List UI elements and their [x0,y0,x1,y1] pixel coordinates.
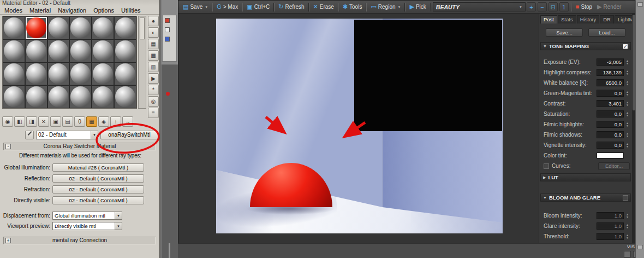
options-button[interactable]: * [148,85,159,95]
tone-mapping-checkbox[interactable]: ✓ [623,44,628,49]
load-settings-button[interactable]: Load... [588,28,625,37]
sample-slot[interactable] [92,40,114,62]
pick-button[interactable]: ▶Pick [407,3,428,11]
sample-slot[interactable] [3,40,25,62]
material-slot-button[interactable]: 02 - Default ( CoronaMtl ) [52,174,144,183]
tone-mapping-header[interactable]: ▼ TONE MAPPING ✓ [540,42,631,50]
material-slot-button[interactable]: 02 - Default ( CoronaMtl ) [52,185,144,194]
menu-utilities[interactable]: Utilities [121,7,140,14]
menu-options[interactable]: Options [93,7,114,14]
zoom-100-button[interactable]: 1 [559,2,569,11]
value-field[interactable]: -2,005 [597,58,624,66]
value-field[interactable]: 136,139 [597,69,624,76]
sample-type-button[interactable]: ● [148,16,159,26]
corona-ray-switcher-rollout-header[interactable]: - Corona Ray Switcher Material [3,143,156,150]
spinner-arrows[interactable]: ▲▼ [625,132,630,138]
sample-slot[interactable] [115,40,136,62]
sample-slot[interactable] [115,17,136,39]
eyedropper-icon[interactable] [25,131,34,139]
spinner-arrows[interactable]: ▲▼ [625,234,630,239]
render-button[interactable]: ▶Render [595,3,623,11]
sample-slot[interactable] [48,40,69,62]
value-field[interactable]: 1,0 [597,233,624,240]
sample-slot[interactable] [70,63,91,85]
spinner-arrows[interactable]: ▲▼ [625,101,630,107]
value-field[interactable]: 0,0 [597,110,624,118]
material-slot-button[interactable]: 02 - Default ( CoronaMtl ) [52,196,144,204]
value-field[interactable]: 1,0 [597,212,624,219]
sample-grid-scrollbar[interactable] [138,16,146,109]
material-map-navigator-button[interactable]: ≡ [148,108,159,118]
menu-navigation[interactable]: Navigation [58,7,86,14]
spinner-arrows[interactable]: ▲▼ [625,60,630,65]
sample-slot[interactable] [92,17,114,39]
send-to-max-button[interactable]: G> Max [214,3,240,11]
tab-history[interactable]: History [577,15,600,24]
material-name-dropdown[interactable]: 02 - Default ▼ [36,131,98,139]
sample-slot[interactable] [3,17,25,39]
background-button[interactable]: ▦ [148,39,159,49]
put-to-library-button[interactable]: ▤ [62,116,73,127]
curves-checkbox[interactable] [544,163,549,169]
sample-slot[interactable] [70,40,91,62]
sample-slot[interactable] [3,86,25,108]
spinner-arrows[interactable]: ▲▼ [625,143,630,148]
refresh-button[interactable]: ↻Refresh [276,3,306,11]
value-field[interactable]: 0,0 [597,90,624,97]
spinner-arrows[interactable]: ▲▼ [625,213,630,219]
make-preview-button[interactable]: ▶ [148,73,159,84]
sample-slot[interactable] [48,17,69,39]
material-slot-button[interactable]: Material #28 ( CoronaMtl ) [52,163,144,172]
spinner-arrows[interactable]: ▲▼ [625,112,630,117]
zoom-fit-button[interactable]: ⊡ [548,2,558,11]
value-field[interactable]: 1,0 [597,222,624,230]
spinner-arrows[interactable]: ▲▼ [625,122,630,127]
show-map-in-viewport-button[interactable]: ▦ [86,116,97,127]
assign-to-selection-button[interactable]: ◨ [26,116,37,127]
expand-icon[interactable]: + [5,238,11,243]
save-button[interactable]: ▤Save▼ [181,3,210,11]
zoom-out-button[interactable]: − [538,2,547,11]
make-unique-button[interactable]: ▣ [50,116,61,127]
sample-slot[interactable] [92,86,114,108]
color-tint-swatch[interactable] [597,153,624,159]
value-field[interactable]: 0,0 [597,121,624,128]
sample-slot[interactable] [92,63,114,85]
mental-ray-rollout-header[interactable]: + mental ray Connection [3,237,156,244]
erase-button[interactable]: ✕Erase [311,3,336,11]
lut-header[interactable]: ▶ LUT [540,173,631,181]
material-id-button[interactable]: 0 [74,116,85,127]
curves-editor-button[interactable]: Editor... [598,162,630,170]
reset-map-button[interactable]: ✕ [38,116,49,127]
value-field[interactable]: 0,0 [597,131,624,138]
select-by-material-button[interactable]: ◎ [148,96,159,107]
tab-stats[interactable]: Stats [558,15,576,24]
sample-slot[interactable] [70,86,91,108]
go-to-parent-button[interactable]: ↑ [110,116,121,127]
spinner-arrows[interactable]: ▲▼ [625,224,630,229]
dropdown[interactable]: Directly visible mtl▼ [52,222,122,230]
put-to-scene-button[interactable]: ◧ [14,116,25,127]
stop-button[interactable]: ■Stop [574,3,594,11]
zoom-in-button[interactable]: + [527,2,536,11]
bloom-glare-checkbox[interactable] [623,195,628,201]
sample-slot[interactable] [48,86,69,108]
collapse-icon[interactable]: - [5,144,11,149]
show-end-result-button[interactable]: ◈ [98,116,109,127]
value-field[interactable]: 3,401 [597,100,624,107]
sample-slot[interactable] [26,63,47,85]
sample-slot[interactable] [26,17,47,39]
region-button[interactable]: ▭Region▼ [368,3,403,11]
tab-lightmix[interactable]: LightMix [615,15,632,24]
menu-modes[interactable]: Modes [4,7,22,14]
render-element-dropdown[interactable]: BEAUTY▼ [433,2,526,11]
tab-dr[interactable]: DR [600,15,614,24]
scrollbar-thumb[interactable] [140,17,145,39]
spinner-arrows[interactable]: ▲▼ [625,70,630,75]
sample-slot[interactable] [115,86,136,108]
tab-post[interactable]: Post [540,15,557,24]
video-color-check-button[interactable]: ▥ [148,62,159,72]
spinner-arrows[interactable]: ▲▼ [625,91,630,96]
go-forward-button[interactable]: → [122,116,133,127]
sample-slot[interactable] [48,63,69,85]
